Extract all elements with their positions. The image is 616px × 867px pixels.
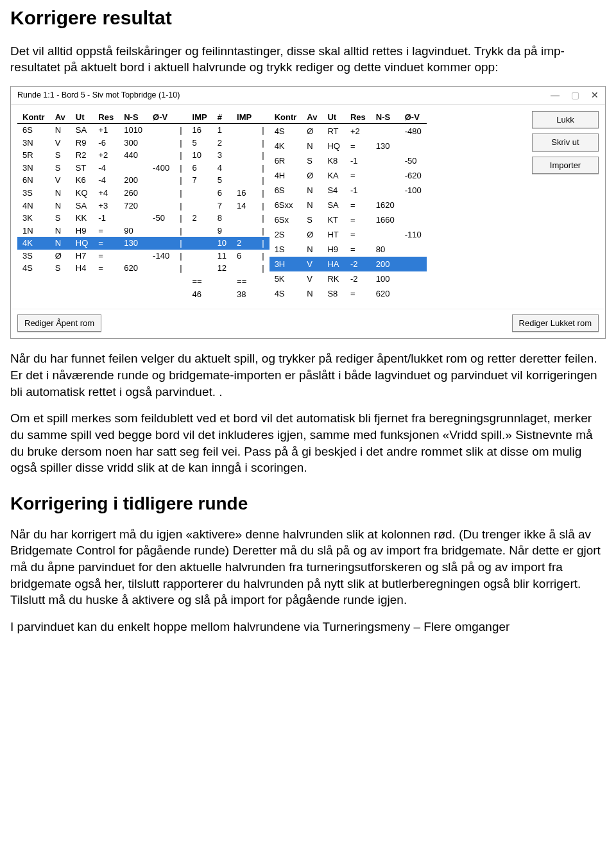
edit-closed-room-button[interactable]: Rediger Lukket rom <box>512 314 599 332</box>
maximize-icon[interactable]: ▢ <box>571 89 579 101</box>
edit-open-room-button[interactable]: Rediger Åpent rom <box>17 314 101 332</box>
col-ns-r: N-S <box>371 111 400 124</box>
table-row[interactable]: 714| <box>212 200 270 212</box>
result-window: Runde 1:1 - Bord 5 - Siv mot Topbridge (… <box>10 86 606 339</box>
table-cell: S <box>50 262 71 275</box>
table-cell: 2 <box>232 237 257 250</box>
table-cell: 12 <box>212 262 232 275</box>
table-row[interactable]: 4KNHQ=130 <box>270 139 427 153</box>
table-row[interactable]: 2| <box>212 137 270 150</box>
table-row[interactable]: 8| <box>212 212 270 225</box>
table-row[interactable]: 6SNS4-1-100 <box>270 183 427 198</box>
table-cell: | <box>175 187 187 200</box>
table-row[interactable]: 3NVR9-6300|5 <box>17 137 212 150</box>
print-button[interactable]: Skriv ut <box>532 133 599 151</box>
table-row[interactable]: 4NNSA+3720| <box>17 200 212 212</box>
table-row[interactable]: 3NSST-4-400|6 <box>17 162 212 175</box>
table-cell: 130 <box>119 237 148 250</box>
col-res: Res <box>93 111 119 124</box>
table-cell: -4 <box>93 174 119 187</box>
table-cell: 5 <box>212 174 232 187</box>
table-cell <box>400 198 427 212</box>
table-row[interactable]: 3HVHA-2200 <box>270 257 427 271</box>
table-cell: 3 <box>212 149 232 162</box>
table-row[interactable]: 2SØHT=-110 <box>270 227 427 242</box>
table-row[interactable]: 4SNS8=620 <box>270 286 427 301</box>
table-cell: 4S <box>17 262 50 275</box>
table-cell: V <box>302 271 322 286</box>
table-cell: RT <box>322 124 345 139</box>
table-cell: | <box>175 237 187 250</box>
table-cell: | <box>175 212 187 225</box>
table-row[interactable]: 6SNSA+11010|16 <box>17 124 212 137</box>
table-cell <box>371 153 400 168</box>
table-row[interactable]: 4KNHQ=130| <box>17 237 212 250</box>
close-icon[interactable]: ✕ <box>591 89 599 101</box>
window-title: Runde 1:1 - Bord 5 - Siv mot Topbridge (… <box>17 90 180 101</box>
table-row[interactable]: 3| <box>212 149 270 162</box>
table-row[interactable]: 5KVRK-2100 <box>270 271 427 286</box>
table-row[interactable]: 1| <box>212 124 270 137</box>
table-cell: = <box>345 286 371 301</box>
table-cell: | <box>257 137 269 150</box>
table-cell: -1 <box>345 153 371 168</box>
table-row[interactable]: 4HØKA=-620 <box>270 168 427 183</box>
table-cell <box>187 187 212 200</box>
table-cell: -2 <box>345 257 371 271</box>
table-cell: 440 <box>119 149 148 162</box>
totals-right: 38 <box>232 288 257 301</box>
table-cell <box>232 262 257 275</box>
table-cell <box>232 124 257 137</box>
table-cell <box>148 124 175 137</box>
col-imp: IMP <box>187 111 212 124</box>
body-text-2: Når du har funnet feilen velger du aktue… <box>10 350 606 400</box>
table-row[interactable]: 4| <box>212 162 270 175</box>
table-row[interactable]: 1SNH9=80 <box>270 242 427 257</box>
table-cell: 3H <box>270 257 302 271</box>
table-row[interactable]: 6SxxNSA=1620 <box>270 198 427 212</box>
table-row[interactable]: 6NVK6-4200|7 <box>17 174 212 187</box>
close-button[interactable]: Lukk <box>532 111 599 129</box>
table-row[interactable]: 116| <box>212 250 270 262</box>
table-cell: HA <box>322 257 345 271</box>
table-cell: = <box>345 242 371 257</box>
table-row[interactable]: 4SSH4=620| <box>17 262 212 275</box>
table-row[interactable]: 6RSK8-1-50 <box>270 153 427 168</box>
table-cell: SA <box>322 198 345 212</box>
table-cell: 8 <box>212 212 232 225</box>
col-ov-r: Ø-V <box>400 111 427 124</box>
table-row[interactable]: 1NNH9=90| <box>17 225 212 237</box>
table-cell: +4 <box>93 187 119 200</box>
table-cell: | <box>175 262 187 275</box>
table-cell: S <box>50 149 71 162</box>
table-row[interactable]: 3SØH7=-140| <box>17 250 212 262</box>
table-row[interactable]: 4SØRT+2-480 <box>270 124 427 139</box>
table-row[interactable]: 6SxSKT=1660 <box>270 212 427 227</box>
table-cell <box>371 183 400 198</box>
table-cell: N <box>302 139 322 153</box>
table-row[interactable]: 9| <box>212 225 270 237</box>
table-cell: N <box>50 237 71 250</box>
table-cell: -50 <box>148 212 175 225</box>
table-cell: 5R <box>17 149 50 162</box>
table-row[interactable]: 3KSKK-1-50|2 <box>17 212 212 225</box>
table-row[interactable]: 5| <box>212 174 270 187</box>
table-row[interactable]: 12| <box>212 262 270 275</box>
table-cell: Ø <box>302 227 322 242</box>
import-button[interactable]: Importer <box>532 157 599 175</box>
table-cell: 6Sx <box>270 212 302 227</box>
table-cell <box>400 286 427 301</box>
col-ns: N-S <box>119 111 148 124</box>
table-cell: 4S <box>270 286 302 301</box>
table-cell: -1 <box>93 212 119 225</box>
table-row[interactable]: 616| <box>212 187 270 200</box>
table-cell <box>371 227 400 242</box>
minimize-icon[interactable]: — <box>551 89 560 101</box>
table-cell <box>119 212 148 225</box>
table-cell <box>232 174 257 187</box>
table-row[interactable]: 102| <box>212 237 270 250</box>
table-cell: N <box>50 124 71 137</box>
table-row[interactable]: 3SNKQ+4260| <box>17 187 212 200</box>
table-cell: 10 <box>187 149 212 162</box>
table-row[interactable]: 5RSR2+2440|10 <box>17 149 212 162</box>
